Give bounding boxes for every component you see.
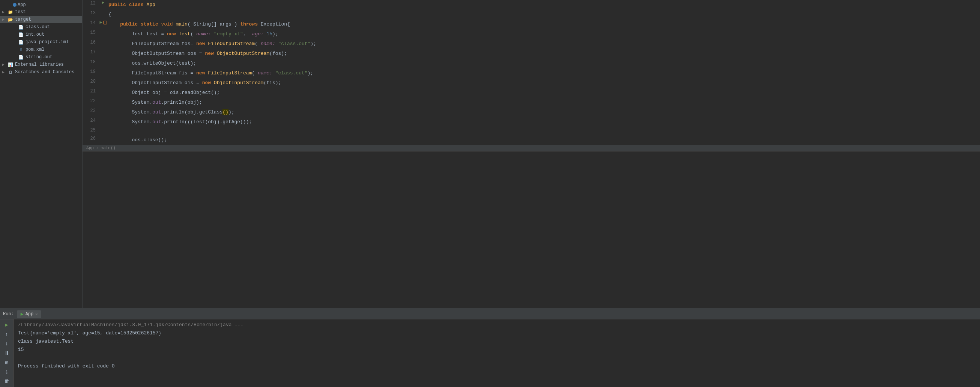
tree-arrow: ▶ (2, 62, 8, 67)
code-line-21: 21 Object obj = ois.readObject(); (83, 88, 980, 98)
line-code: FileInputStream fis = new FileInputStrea… (107, 69, 980, 78)
line-code: Test test = new Test( name: "empty_xl", … (107, 29, 980, 39)
code-line-17: 17 ObjectOutputStream oos = new ObjectOu… (83, 49, 980, 59)
breadcrumb: App › main() (83, 145, 980, 152)
run-layout-button[interactable]: ⊞ (2, 360, 11, 366)
run-tab-app[interactable]: ▶ App ✕ (17, 310, 41, 318)
run-pause-button[interactable]: ⏸ (2, 350, 11, 356)
run-down-button[interactable]: ↓ (2, 341, 11, 347)
scratches-icon: 🗒 (8, 69, 14, 75)
run-output-line-2: class javatest.Test (18, 337, 975, 345)
code-line-13: 13 { (83, 10, 980, 19)
line-number: 24 (83, 117, 99, 123)
run-tabs-bar: Run: ▶ App ✕ (0, 309, 980, 319)
line-code: FileOutputStream fos= new FileOutputStre… (107, 39, 980, 49)
code-line-14: 14 ▶ public static void main( String[] a… (83, 19, 980, 29)
sidebar-item-label: External Libraries (15, 62, 64, 67)
sidebar-item-label: class.out (25, 24, 50, 30)
sidebar-item-class-out[interactable]: 📄 class.out (0, 23, 82, 31)
run-exit-line: Process finished with exit code 0 (18, 362, 975, 371)
run-scroll-button[interactable]: ⤵ (2, 369, 11, 375)
line-number: 15 (83, 29, 99, 35)
tree-arrow: ▶ (2, 70, 8, 74)
line-code: ObjectInputStream ois = new ObjectInputS… (107, 78, 980, 88)
sidebar-item-pom-xml[interactable]: m pom.xml (0, 46, 82, 53)
run-tab-close[interactable]: ✕ (35, 312, 38, 317)
sidebar-item-test[interactable]: ▶ 📁 test (0, 8, 82, 16)
file-icon: 📄 (18, 24, 24, 30)
run-play-button[interactable]: ▶ (2, 321, 11, 328)
line-number: 26 (83, 135, 99, 141)
sidebar-item-external-libs[interactable]: ▶ 📊 External Libraries (0, 61, 82, 69)
run-sidebar-buttons: ▶ ↑ ↓ ⏸ ⊞ ⤵ 🗑 (0, 319, 14, 387)
line-code: oos.close(); (107, 135, 980, 145)
line-number: 21 (83, 88, 99, 94)
line-number: 12 (83, 0, 99, 6)
sidebar-item-label: string.out (25, 54, 52, 60)
sidebar-item-label: test (15, 10, 26, 14)
line-code: Object obj = ois.readObject(); (107, 88, 980, 98)
code-line-23: 23 System.out.println(obj.getClass()); (83, 107, 980, 117)
run-trash-button[interactable]: 🗑 (2, 378, 11, 385)
code-line-12: 12 ▶ public class App (83, 0, 980, 10)
sidebar-item-string-out[interactable]: 📄 string.out (0, 53, 82, 61)
sidebar-item-java-project[interactable]: 📄 java-project.iml (0, 38, 82, 46)
line-number: 22 (83, 98, 99, 104)
line-code (107, 127, 980, 128)
file-tree: App ▶ 📁 test ▶ 📂 target 📄 class.out 📄 in… (0, 0, 83, 308)
line-number: 13 (83, 10, 99, 16)
sidebar-item-label: Scratches and Consoles (15, 69, 74, 75)
circle-blue-icon (13, 3, 16, 7)
code-line-18: 18 oos.writeObject(test); (83, 59, 980, 69)
code-line-16: 16 FileOutputStream fos= new FileOutputS… (83, 39, 980, 49)
sidebar-item-scratches[interactable]: ▶ 🗒 Scratches and Consoles (0, 69, 82, 76)
line-gutter[interactable]: ▶ (99, 0, 107, 5)
line-code: public static void main( String[] args )… (107, 19, 980, 29)
code-line-26: 26 oos.close(); (83, 135, 980, 145)
file-icon: 📄 (18, 32, 24, 38)
code-line-22: 22 System.out.println(obj); (83, 98, 980, 107)
sidebar-item-label: pom.xml (25, 47, 44, 52)
line-gutter[interactable]: ▶ (99, 19, 107, 25)
code-editor: 12 ▶ public class App 13 { 14 ▶ public s… (83, 0, 980, 308)
code-line-25: 25 (83, 127, 980, 135)
run-output-line-3: 15 (18, 345, 975, 354)
line-code: System.out.println(obj.getClass()); (107, 107, 980, 117)
run-label: Run: (3, 312, 14, 317)
xml-icon: m (18, 46, 24, 53)
run-up-button[interactable]: ↑ (2, 331, 11, 337)
line-code: System.out.println(((Test)obj).getAge())… (107, 117, 980, 127)
library-icon: 📊 (8, 62, 14, 68)
sidebar-item-label: java-project.iml (25, 40, 68, 45)
line-number: 25 (83, 127, 99, 133)
line-number: 16 (83, 39, 99, 45)
line-number: 17 (83, 49, 99, 55)
line-number: 20 (83, 78, 99, 84)
run-content: ▶ ↑ ↓ ⏸ ⊞ ⤵ 🗑 /Library/Java/JavaVirtualM… (0, 319, 980, 387)
line-number: 23 (83, 107, 99, 114)
code-line-15: 15 Test test = new Test( name: "empty_xl… (83, 29, 980, 39)
line-code: public class App (107, 0, 980, 10)
sidebar-item-label: App (18, 2, 26, 8)
code-line-24: 24 System.out.println(((Test)obj).getAge… (83, 117, 980, 127)
file-icon: 📄 (18, 54, 24, 60)
sidebar-item-target[interactable]: ▶ 📂 target (0, 16, 82, 23)
line-number: 18 (83, 59, 99, 65)
file-icon: 📄 (18, 39, 24, 45)
line-number: 19 (83, 69, 99, 74)
breadcrumb-method[interactable]: main() (100, 146, 116, 150)
folder-open-icon: 📂 (8, 16, 14, 22)
sidebar-item-app[interactable]: App (0, 2, 82, 8)
line-number: 14 (83, 19, 99, 26)
sidebar-item-int-out[interactable]: 📄 int.out (0, 31, 82, 38)
run-output-line-1: Test{name='empty_xl', age=15, date=15325… (18, 329, 975, 337)
run-tab-icon: ▶ (21, 311, 24, 317)
code-line-20: 20 ObjectInputStream ois = new ObjectInp… (83, 78, 980, 88)
line-code: System.out.println(obj); (107, 98, 980, 107)
code-line-19: 19 FileInputStream fis = new FileInputSt… (83, 69, 980, 78)
tree-arrow: ▶ (2, 10, 8, 14)
line-code: ObjectOutputStream oos = new ObjectOutpu… (107, 49, 980, 59)
breadcrumb-app[interactable]: App (86, 146, 94, 150)
run-tab-name: App (25, 312, 34, 317)
run-panel: Run: ▶ App ✕ ▶ ↑ ↓ ⏸ ⊞ ⤵ 🗑 /Library/Java… (0, 308, 980, 387)
